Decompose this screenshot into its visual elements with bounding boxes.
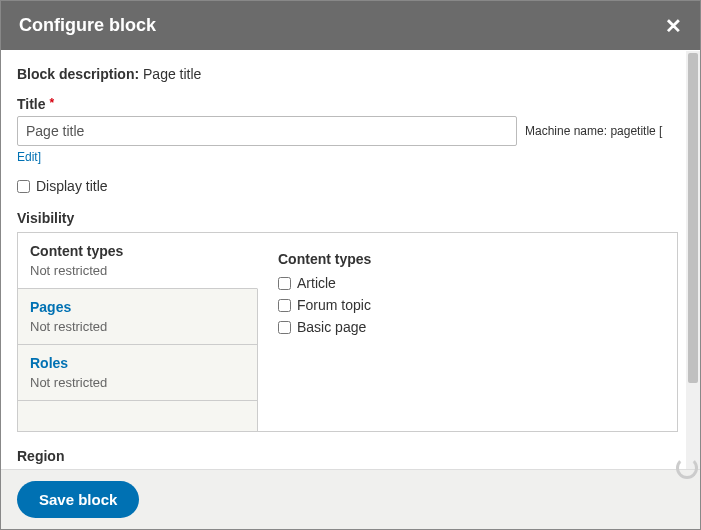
- modal-title: Configure block: [19, 15, 156, 36]
- tab-pages[interactable]: Pages Not restricted: [18, 289, 257, 345]
- content-type-basic-label: Basic page: [297, 319, 366, 335]
- content-type-row: Basic page: [278, 319, 657, 335]
- content-types-heading: Content types: [278, 251, 657, 267]
- content-type-forum-label: Forum topic: [297, 297, 371, 313]
- visibility-label: Visibility: [17, 210, 678, 226]
- machine-name: Machine name: pagetitle [: [525, 124, 662, 138]
- visibility-panel: Content types Not restricted Pages Not r…: [17, 232, 678, 432]
- close-icon[interactable]: ✕: [665, 16, 682, 36]
- display-title-checkbox[interactable]: [17, 180, 30, 193]
- display-title-row: Display title: [17, 178, 678, 194]
- title-row: Machine name: pagetitle [: [17, 116, 678, 146]
- title-label: Title *: [17, 96, 678, 112]
- title-input[interactable]: [17, 116, 517, 146]
- content-type-basic-checkbox[interactable]: [278, 321, 291, 334]
- content-type-row: Article: [278, 275, 657, 291]
- visibility-tabs: Content types Not restricted Pages Not r…: [18, 233, 258, 431]
- tab-roles[interactable]: Roles Not restricted: [18, 345, 257, 401]
- required-marker: *: [49, 96, 54, 110]
- display-title-label: Display title: [36, 178, 108, 194]
- save-button[interactable]: Save block: [17, 481, 139, 518]
- block-description-label: Block description: [17, 66, 134, 82]
- content-type-forum-checkbox[interactable]: [278, 299, 291, 312]
- region-label: Region: [17, 448, 678, 464]
- block-description-value: Page title: [143, 66, 201, 82]
- loading-spinner-icon: [676, 457, 698, 479]
- content-type-article-checkbox[interactable]: [278, 277, 291, 290]
- tab-content-pane: Content types Article Forum topic Basic …: [258, 233, 677, 431]
- edit-machine-name-link[interactable]: Edit]: [17, 150, 41, 164]
- content-type-article-label: Article: [297, 275, 336, 291]
- block-description: Block description: Page title: [17, 66, 678, 82]
- modal-header: Configure block ✕: [1, 1, 700, 50]
- modal-footer: Save block: [1, 469, 700, 529]
- modal-content: Block description: Page title Title * Ma…: [1, 50, 700, 465]
- tab-content-types[interactable]: Content types Not restricted: [18, 233, 258, 289]
- content-type-row: Forum topic: [278, 297, 657, 313]
